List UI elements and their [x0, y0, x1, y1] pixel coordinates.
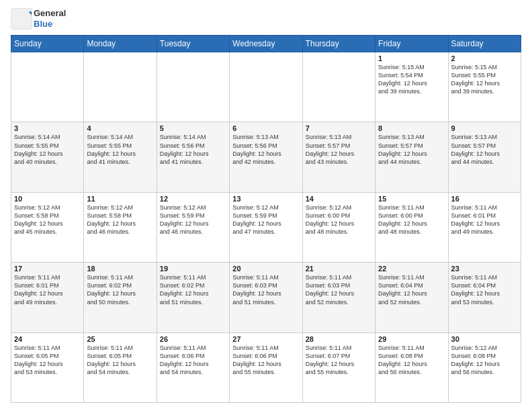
- calendar-day: 1Sunrise: 5:15 AM Sunset: 5:54 PM Daylig…: [375, 52, 448, 122]
- calendar-day: 21Sunrise: 5:11 AM Sunset: 6:03 PM Dayli…: [302, 263, 375, 332]
- day-info: Sunrise: 5:11 AM Sunset: 6:04 PM Dayligh…: [451, 273, 518, 306]
- day-info: Sunrise: 5:13 AM Sunset: 5:57 PM Dayligh…: [306, 133, 372, 166]
- calendar-day: 2Sunrise: 5:15 AM Sunset: 5:55 PM Daylig…: [448, 52, 521, 122]
- calendar-day: 28Sunrise: 5:11 AM Sunset: 6:07 PM Dayli…: [302, 332, 375, 402]
- day-number: 27: [232, 335, 299, 343]
- day-info: Sunrise: 5:12 AM Sunset: 5:58 PM Dayligh…: [14, 203, 81, 236]
- day-info: Sunrise: 5:15 AM Sunset: 5:55 PM Dayligh…: [451, 63, 518, 96]
- weekday-header: Monday: [84, 36, 157, 52]
- calendar-day: 10Sunrise: 5:12 AM Sunset: 5:58 PM Dayli…: [11, 192, 84, 262]
- day-number: 2: [451, 54, 518, 62]
- calendar-day: 27Sunrise: 5:11 AM Sunset: 6:06 PM Dayli…: [230, 332, 302, 402]
- day-info: Sunrise: 5:11 AM Sunset: 6:03 PM Dayligh…: [232, 273, 299, 306]
- calendar-empty: [11, 52, 84, 122]
- day-info: Sunrise: 5:11 AM Sunset: 6:02 PM Dayligh…: [87, 273, 153, 306]
- day-number: 17: [14, 265, 81, 273]
- day-info: Sunrise: 5:11 AM Sunset: 6:06 PM Dayligh…: [232, 344, 299, 377]
- logo-general: General: [34, 8, 66, 19]
- day-info: Sunrise: 5:13 AM Sunset: 5:57 PM Dayligh…: [378, 133, 445, 166]
- calendar-day: 3Sunrise: 5:14 AM Sunset: 5:55 PM Daylig…: [11, 122, 84, 192]
- day-number: 8: [378, 124, 445, 132]
- logo-blue: Blue: [34, 19, 66, 30]
- calendar-empty: [230, 52, 302, 122]
- day-info: Sunrise: 5:11 AM Sunset: 6:06 PM Dayligh…: [160, 344, 226, 377]
- day-number: 28: [306, 335, 372, 343]
- calendar-empty: [157, 52, 229, 122]
- day-info: Sunrise: 5:12 AM Sunset: 6:00 PM Dayligh…: [306, 203, 372, 236]
- day-number: 3: [14, 124, 81, 132]
- calendar-day: 17Sunrise: 5:11 AM Sunset: 6:01 PM Dayli…: [11, 263, 84, 332]
- day-number: 12: [160, 195, 226, 203]
- svg-rect-0: [11, 9, 32, 30]
- day-number: 23: [451, 265, 518, 273]
- day-info: Sunrise: 5:12 AM Sunset: 5:58 PM Dayligh…: [87, 203, 153, 236]
- weekday-header: Friday: [375, 36, 448, 52]
- calendar-day: 7Sunrise: 5:13 AM Sunset: 5:57 PM Daylig…: [302, 122, 375, 192]
- weekday-header: Saturday: [448, 36, 521, 52]
- day-info: Sunrise: 5:14 AM Sunset: 5:55 PM Dayligh…: [14, 133, 81, 166]
- day-info: Sunrise: 5:13 AM Sunset: 5:56 PM Dayligh…: [232, 133, 299, 166]
- day-number: 1: [378, 54, 445, 62]
- logo-svg: [11, 8, 32, 30]
- day-number: 24: [14, 335, 81, 343]
- calendar-day: 6Sunrise: 5:13 AM Sunset: 5:56 PM Daylig…: [230, 122, 302, 192]
- logo: General Blue: [11, 8, 66, 30]
- calendar-day: 13Sunrise: 5:12 AM Sunset: 5:59 PM Dayli…: [230, 192, 302, 262]
- day-number: 30: [451, 335, 518, 343]
- calendar-day: 25Sunrise: 5:11 AM Sunset: 6:05 PM Dayli…: [84, 332, 157, 402]
- day-info: Sunrise: 5:12 AM Sunset: 5:59 PM Dayligh…: [160, 203, 226, 236]
- calendar-day: 8Sunrise: 5:13 AM Sunset: 5:57 PM Daylig…: [375, 122, 448, 192]
- day-number: 4: [87, 124, 153, 132]
- calendar-day: 22Sunrise: 5:11 AM Sunset: 6:04 PM Dayli…: [375, 263, 448, 332]
- calendar-day: 12Sunrise: 5:12 AM Sunset: 5:59 PM Dayli…: [157, 192, 229, 262]
- day-number: 22: [378, 265, 445, 273]
- day-info: Sunrise: 5:11 AM Sunset: 6:05 PM Dayligh…: [14, 344, 81, 377]
- calendar-page: General Blue SundayMondayTuesdayWednesda…: [0, 0, 532, 411]
- day-number: 15: [378, 195, 445, 203]
- day-info: Sunrise: 5:11 AM Sunset: 6:05 PM Dayligh…: [87, 344, 153, 377]
- day-number: 26: [160, 335, 226, 343]
- day-info: Sunrise: 5:11 AM Sunset: 6:04 PM Dayligh…: [378, 273, 445, 306]
- weekday-header: Sunday: [11, 36, 84, 52]
- day-number: 6: [232, 124, 299, 132]
- day-info: Sunrise: 5:11 AM Sunset: 6:02 PM Dayligh…: [160, 273, 226, 306]
- calendar-day: 29Sunrise: 5:11 AM Sunset: 6:08 PM Dayli…: [375, 332, 448, 402]
- day-number: 13: [232, 195, 299, 203]
- calendar-day: 9Sunrise: 5:13 AM Sunset: 5:57 PM Daylig…: [448, 122, 521, 192]
- day-info: Sunrise: 5:11 AM Sunset: 6:01 PM Dayligh…: [14, 273, 81, 306]
- day-number: 9: [451, 124, 518, 132]
- calendar-day: 11Sunrise: 5:12 AM Sunset: 5:58 PM Dayli…: [84, 192, 157, 262]
- calendar-day: 18Sunrise: 5:11 AM Sunset: 6:02 PM Dayli…: [84, 263, 157, 332]
- day-info: Sunrise: 5:12 AM Sunset: 6:08 PM Dayligh…: [451, 344, 518, 377]
- calendar-day: 5Sunrise: 5:14 AM Sunset: 5:56 PM Daylig…: [157, 122, 229, 192]
- day-number: 10: [14, 195, 81, 203]
- day-info: Sunrise: 5:15 AM Sunset: 5:54 PM Dayligh…: [378, 63, 445, 96]
- calendar-day: 15Sunrise: 5:11 AM Sunset: 6:00 PM Dayli…: [375, 192, 448, 262]
- calendar-table: SundayMondayTuesdayWednesdayThursdayFrid…: [11, 35, 521, 403]
- calendar-day: 19Sunrise: 5:11 AM Sunset: 6:02 PM Dayli…: [157, 263, 229, 332]
- calendar-day: 14Sunrise: 5:12 AM Sunset: 6:00 PM Dayli…: [302, 192, 375, 262]
- day-info: Sunrise: 5:14 AM Sunset: 5:56 PM Dayligh…: [160, 133, 226, 166]
- day-number: 14: [306, 195, 372, 203]
- day-number: 18: [87, 265, 153, 273]
- day-info: Sunrise: 5:11 AM Sunset: 6:00 PM Dayligh…: [378, 203, 445, 236]
- day-info: Sunrise: 5:11 AM Sunset: 6:07 PM Dayligh…: [306, 344, 372, 377]
- calendar-day: 23Sunrise: 5:11 AM Sunset: 6:04 PM Dayli…: [448, 263, 521, 332]
- day-info: Sunrise: 5:14 AM Sunset: 5:55 PM Dayligh…: [87, 133, 153, 166]
- calendar-empty: [84, 52, 157, 122]
- day-number: 7: [306, 124, 372, 132]
- calendar-day: 24Sunrise: 5:11 AM Sunset: 6:05 PM Dayli…: [11, 332, 84, 402]
- calendar-day: 16Sunrise: 5:11 AM Sunset: 6:01 PM Dayli…: [448, 192, 521, 262]
- calendar-empty: [302, 52, 375, 122]
- day-number: 25: [87, 335, 153, 343]
- day-number: 16: [451, 195, 518, 203]
- day-number: 11: [87, 195, 153, 203]
- day-info: Sunrise: 5:11 AM Sunset: 6:03 PM Dayligh…: [306, 273, 372, 306]
- weekday-header: Wednesday: [230, 36, 302, 52]
- day-info: Sunrise: 5:11 AM Sunset: 6:08 PM Dayligh…: [378, 344, 445, 377]
- calendar-day: 4Sunrise: 5:14 AM Sunset: 5:55 PM Daylig…: [84, 122, 157, 192]
- day-info: Sunrise: 5:13 AM Sunset: 5:57 PM Dayligh…: [451, 133, 518, 166]
- calendar-day: 20Sunrise: 5:11 AM Sunset: 6:03 PM Dayli…: [230, 263, 302, 332]
- day-info: Sunrise: 5:12 AM Sunset: 5:59 PM Dayligh…: [232, 203, 299, 236]
- header: General Blue: [11, 8, 521, 30]
